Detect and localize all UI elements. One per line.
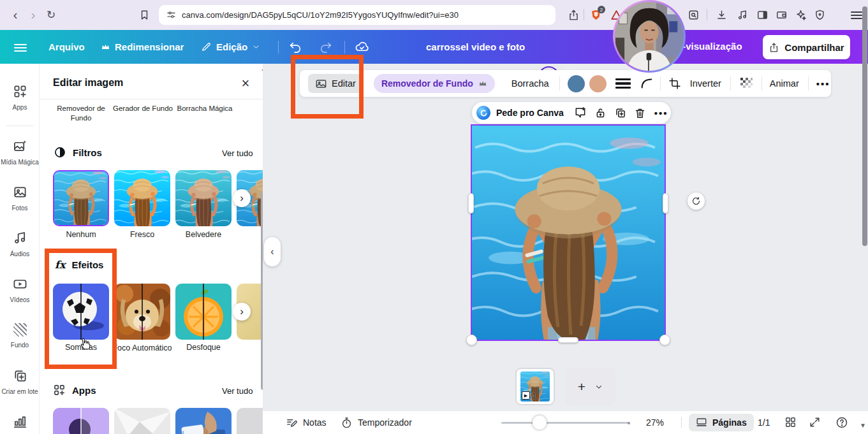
redo-icon[interactable] — [319, 40, 333, 54]
browser-forward-icon[interactable]: › — [24, 6, 42, 24]
filters-next-arrow[interactable]: › — [233, 189, 251, 207]
tool-tab-bg-generator[interactable]: Gerador de Fundo — [110, 104, 176, 113]
resize-handle-right[interactable] — [663, 193, 668, 213]
bg-remover-button[interactable]: Removedor de Fundo — [374, 74, 495, 93]
rail-item-criar-em-lote[interactable]: Criar em lote — [0, 368, 40, 395]
page-thumbnail[interactable]: ▶1 — [515, 368, 555, 405]
undo-icon[interactable] — [288, 40, 302, 54]
rail-item-fundo[interactable]: Fundo — [0, 323, 40, 349]
address-bar[interactable]: canva.com/design/DAG5pyL5qCU/1oY2m92I5Yy… — [159, 5, 555, 25]
share-page-icon[interactable] — [568, 9, 580, 21]
bookmark-icon[interactable] — [138, 9, 151, 21]
sidebar-toggle-icon[interactable] — [756, 9, 769, 21]
download-icon[interactable] — [716, 9, 728, 21]
add-page-button[interactable]: + — [566, 368, 615, 405]
file-menu[interactable]: Arquivo — [48, 30, 85, 64]
rail-item-apps[interactable]: Apps — [0, 84, 40, 111]
pill-more-button[interactable]: ••• — [654, 108, 668, 119]
timer-button[interactable]: Temporizador — [341, 411, 412, 434]
comment-add-icon[interactable] — [574, 106, 587, 119]
app-thumb-partial[interactable] — [237, 408, 263, 434]
zoom-value[interactable]: 27% — [646, 411, 664, 434]
browser-menu-icon[interactable] — [851, 10, 862, 21]
help-icon[interactable] — [835, 416, 848, 429]
curve-icon[interactable] — [640, 76, 654, 90]
flip-button[interactable]: Inverter — [690, 78, 721, 89]
rail-item-audios[interactable]: Áudios — [0, 231, 40, 257]
delete-icon[interactable] — [634, 107, 646, 119]
filter-thumb-nenhum[interactable] — [53, 170, 109, 226]
add-page-chevron-icon[interactable] — [594, 382, 603, 391]
edit-image-button[interactable]: Editar — [308, 74, 363, 93]
canva-editor-window: ‹ › ↻ canva.com/design/DAG5pyL5qCU/1oY2m… — [0, 0, 868, 434]
rail-item-charts[interactable] — [0, 414, 40, 431]
app-thumb[interactable] — [114, 408, 170, 434]
tool-tab-magic-eraser[interactable]: Borracha Mágica — [172, 104, 238, 113]
ask-canva-button[interactable]: Pede pro Canva — [496, 108, 564, 118]
notes-button[interactable]: Notas — [286, 411, 327, 434]
share-button[interactable]: Compartilhar — [763, 35, 850, 59]
adjust-levels-icon[interactable] — [615, 76, 631, 91]
wallet-icon[interactable] — [776, 9, 788, 21]
canva-assistant-icon[interactable] — [476, 106, 490, 120]
rail-item-midia-magica[interactable]: Mídia Mágica — [0, 139, 40, 166]
zoom-slider-thumb[interactable] — [533, 416, 547, 430]
filters-see-all-link[interactable]: Ver tudo — [222, 148, 253, 158]
url-text: canva.com/design/DAG5pyL5qCU/1oY2m92I5Yy… — [182, 10, 459, 20]
privacy-shield-icon[interactable] — [814, 9, 826, 21]
home-menu-icon[interactable] — [14, 42, 27, 54]
resize-handle-bottom-right[interactable] — [659, 335, 670, 345]
fullscreen-icon[interactable] — [809, 416, 821, 428]
page-number-badge: ▶1 — [522, 391, 536, 400]
selected-image-element[interactable] — [472, 126, 665, 340]
animate-button[interactable]: Animar — [770, 78, 799, 89]
scroll-down-arrow[interactable]: ▼ — [860, 422, 866, 429]
editing-mode-menu[interactable]: Edição — [201, 30, 260, 64]
effect-thumb-desfoque[interactable] — [175, 284, 232, 340]
collapse-panel-button[interactable]: ‹ — [264, 237, 281, 266]
edit-image-icon — [315, 78, 327, 90]
doc-color-blue[interactable] — [568, 75, 585, 92]
design-title[interactable]: carrossel video e foto — [426, 30, 525, 64]
close-panel-icon[interactable]: × — [236, 74, 255, 93]
window-scrollbar[interactable] — [862, 6, 867, 246]
filter-thumb-fresco[interactable] — [114, 170, 170, 226]
music-icon[interactable] — [737, 9, 749, 21]
eraser-button[interactable]: Borracha — [511, 78, 549, 89]
sparkle-icon[interactable] — [795, 9, 807, 21]
doc-color-tan[interactable] — [589, 75, 607, 92]
lock-icon[interactable] — [594, 107, 607, 119]
panel-scroll-up-arrow[interactable]: ▲ — [261, 66, 263, 72]
browser-reload-icon[interactable]: ↻ — [42, 6, 60, 24]
transparency-icon[interactable] — [739, 76, 754, 91]
duplicate-icon[interactable] — [614, 107, 626, 119]
bulk-create-icon — [13, 368, 27, 383]
resize-handle-bottom[interactable] — [558, 337, 578, 343]
resize-menu[interactable]: Redimensionar — [101, 30, 184, 64]
rail-item-fotos[interactable]: Fotos — [0, 185, 40, 212]
effect-thumb-foco[interactable] — [114, 284, 170, 340]
app-thumb[interactable] — [175, 408, 232, 434]
tool-tab-bg-remover[interactable]: Removedor de Fundo — [48, 104, 114, 123]
site-settings-icon[interactable] — [166, 10, 176, 20]
pages-view-button[interactable]: Páginas — [689, 414, 754, 431]
filter-thumb-belvedere[interactable] — [175, 170, 232, 226]
effects-next-arrow[interactable]: › — [233, 303, 251, 321]
rail-item-videos[interactable]: Vídeos — [0, 277, 40, 303]
crop-icon[interactable] — [668, 77, 681, 90]
browser-back-icon[interactable]: ‹ — [6, 6, 24, 24]
more-options-button[interactable]: ••• — [816, 78, 830, 89]
reader-mode-icon[interactable] — [688, 9, 700, 21]
image-toolbar: Editar Removedor de Fundo Borracha Inver… — [300, 70, 831, 97]
shield-badge: 2 — [598, 6, 605, 13]
zoom-slider-track[interactable] — [501, 422, 629, 424]
brave-shield-icon[interactable]: 2 — [590, 9, 602, 21]
apps-see-all-link[interactable]: Ver tudo — [222, 386, 253, 396]
resize-handle-bottom-left[interactable] — [466, 335, 477, 345]
rotate-handle[interactable] — [688, 192, 705, 210]
effect-thumb-sombras[interactable] — [53, 284, 109, 340]
app-thumb[interactable] — [53, 408, 109, 434]
grid-view-icon[interactable] — [784, 416, 797, 428]
panel-scrollbar[interactable] — [261, 191, 263, 390]
resize-handle-left[interactable] — [468, 193, 474, 213]
